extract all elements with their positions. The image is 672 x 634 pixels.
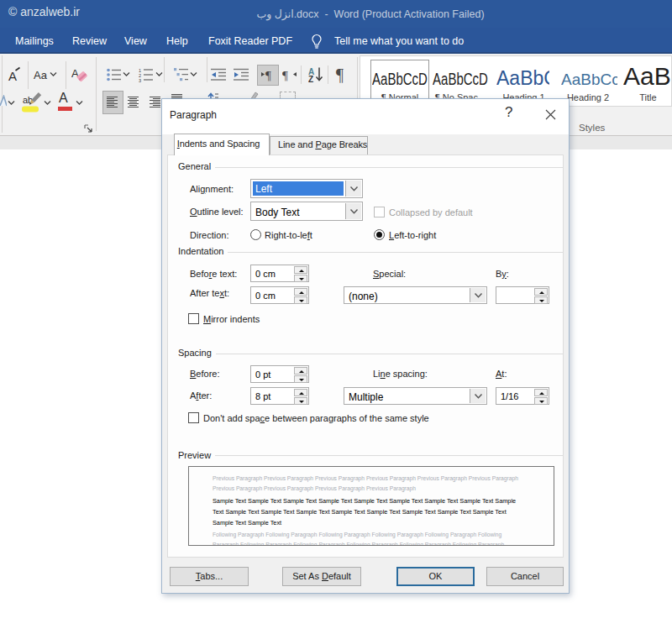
svg-text:Z: Z [308,75,313,84]
svg-text:3: 3 [139,78,141,83]
svg-text:¶: ¶ [282,69,288,82]
svg-text:¶: ¶ [265,69,271,82]
svg-text:A: A [8,69,17,83]
